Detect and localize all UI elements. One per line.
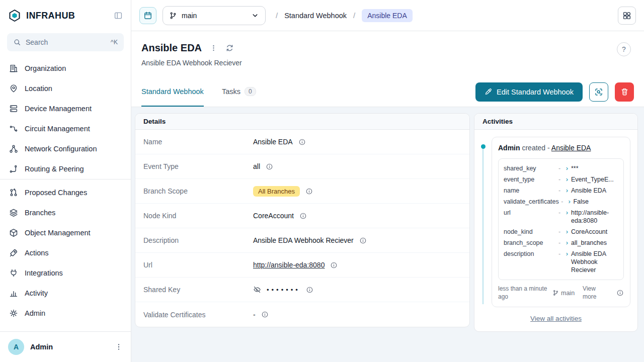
details-card-title: Details bbox=[135, 114, 469, 130]
sidebar-header: INFRAHUB bbox=[0, 0, 131, 31]
inspect-button[interactable] bbox=[589, 82, 608, 102]
activity-entry: Admin created - Ansible EDA shared_key -… bbox=[492, 137, 630, 307]
sidebar-menu-main: Organization Location Device Manageme bbox=[0, 58, 131, 179]
layers-icon bbox=[9, 208, 18, 217]
cube-icon bbox=[9, 228, 18, 237]
refresh-icon bbox=[225, 44, 234, 52]
scan-search-icon bbox=[594, 87, 603, 97]
sidebar-item-activity[interactable]: Activity bbox=[4, 283, 127, 303]
detail-label: Name bbox=[143, 138, 253, 146]
info-icon[interactable] bbox=[616, 289, 624, 297]
kebab-icon bbox=[210, 44, 217, 52]
detail-label: Validate Certificates bbox=[143, 311, 253, 319]
infrahub-logo-icon bbox=[8, 9, 21, 22]
sidebar-item-circuit-management[interactable]: Circuit Management bbox=[4, 119, 127, 139]
sidebar-item-object-management[interactable]: Object Management bbox=[4, 223, 127, 243]
tab-bar: Standard Webhook Tasks 0 Edit Standard W… bbox=[131, 77, 644, 107]
info-icon[interactable] bbox=[305, 188, 313, 195]
user-row: A Admin bbox=[0, 331, 131, 362]
info-icon[interactable] bbox=[359, 237, 367, 244]
prop-name: validate_certificates bbox=[504, 198, 559, 206]
sidebar-item-label: Admin bbox=[25, 309, 45, 317]
sidebar-item-admin[interactable]: Admin bbox=[4, 303, 127, 323]
sidebar-item-routing-peering[interactable]: Routing & Peering bbox=[4, 159, 127, 179]
sidebar-item-actions[interactable]: Actions bbox=[4, 243, 127, 263]
collapse-sidebar-button[interactable] bbox=[114, 11, 123, 20]
shared-key-masked-value: ••••••• bbox=[267, 286, 300, 294]
sidebar-item-label: Activity bbox=[25, 289, 48, 297]
prop-value: Event_TypeE... bbox=[571, 175, 618, 184]
title-kebab-button[interactable] bbox=[210, 44, 217, 52]
main-area: main / Standard Webhook / Ansible EDA bbox=[131, 0, 644, 362]
tab-standard-webhook[interactable]: Standard Webhook bbox=[141, 77, 204, 107]
breadcrumb-separator: / bbox=[276, 11, 278, 20]
search-placeholder: Search bbox=[26, 38, 48, 46]
sidebar-item-label: Circuit Management bbox=[25, 125, 90, 133]
sidebar-item-device-management[interactable]: Device Management bbox=[4, 99, 127, 119]
activity-entry-footer: less than a minute ago main bbox=[498, 285, 624, 301]
prop-name: name bbox=[504, 187, 556, 195]
sidebar-item-integrations[interactable]: Integrations bbox=[4, 263, 127, 283]
activity-prop-row: branch_scope - › all_branches bbox=[504, 237, 618, 248]
activity-target-link[interactable]: Ansible EDA bbox=[551, 144, 591, 152]
content-area: Details Name Ansible EDA Event Type all bbox=[131, 107, 644, 362]
prop-name: description bbox=[504, 250, 556, 258]
activity-branch-name: main bbox=[561, 290, 575, 297]
detail-value: Ansible EDA bbox=[253, 138, 293, 146]
activity-props-box: shared_key - › *** event_type - › Event_… bbox=[498, 158, 624, 280]
breadcrumb-item-standard-webhook[interactable]: Standard Webhook bbox=[284, 12, 347, 20]
prop-value: Ansible EDA Webhook Reciever bbox=[571, 250, 618, 274]
topbar: main / Standard Webhook / Ansible EDA bbox=[131, 0, 644, 31]
detail-label: Event Type bbox=[143, 162, 253, 170]
info-icon[interactable] bbox=[330, 261, 338, 269]
prop-value: *** bbox=[571, 164, 618, 172]
url-link[interactable]: http://ansible-eda:8080 bbox=[253, 261, 325, 269]
refresh-button[interactable] bbox=[225, 44, 234, 52]
info-icon[interactable] bbox=[298, 138, 306, 146]
activity-prop-row: event_type - › Event_TypeE... bbox=[504, 174, 618, 185]
info-icon[interactable] bbox=[266, 163, 273, 170]
detail-row-shared-key: Shared Key ••••••• bbox=[135, 278, 469, 302]
view-all-activities-link[interactable]: View all activities bbox=[530, 315, 582, 322]
detail-row-name: Name Ansible EDA bbox=[135, 130, 469, 154]
chevron-right-icon: › bbox=[566, 198, 573, 206]
sidebar-item-branches[interactable]: Branches bbox=[4, 203, 127, 223]
activity-prop-row: name - › Ansible EDA bbox=[504, 185, 618, 196]
edit-standard-webhook-button[interactable]: Edit Standard Webhook bbox=[475, 82, 583, 102]
detail-label: Description bbox=[143, 236, 253, 244]
date-picker-button[interactable] bbox=[139, 7, 156, 24]
activities-card: Activities Admin created - Ansible EDA bbox=[474, 113, 638, 332]
info-icon[interactable] bbox=[261, 311, 269, 318]
user-menu-button[interactable] bbox=[115, 343, 123, 351]
chevron-down-icon bbox=[251, 12, 259, 20]
sidebar-item-label: Routing & Peering bbox=[25, 165, 84, 173]
sidebar-item-location[interactable]: Location bbox=[4, 78, 127, 99]
search-input[interactable]: Search ^K bbox=[7, 33, 124, 51]
user-name: Admin bbox=[30, 343, 53, 351]
sidebar-item-proposed-changes[interactable]: Proposed Changes bbox=[4, 183, 127, 203]
app-root: INFRAHUB Search ^K bbox=[0, 0, 644, 362]
prop-value: CoreAccount bbox=[571, 228, 618, 236]
calendar-icon bbox=[143, 11, 152, 20]
apps-menu-button[interactable] bbox=[618, 7, 636, 25]
branch-selector-value: main bbox=[182, 12, 197, 20]
activity-entry-title: Admin created - Ansible EDA bbox=[498, 143, 624, 152]
eye-off-icon[interactable] bbox=[253, 286, 261, 294]
breadcrumb-item-current[interactable]: Ansible EDA bbox=[362, 9, 413, 22]
git-branch-icon bbox=[169, 12, 177, 20]
tab-tasks[interactable]: Tasks 0 bbox=[222, 77, 256, 107]
info-icon[interactable] bbox=[306, 286, 313, 294]
branch-scope-badge: All Branches bbox=[253, 186, 300, 197]
sidebar-item-network-configuration[interactable]: Network Configuration bbox=[4, 139, 127, 159]
sidebar-item-label: Device Management bbox=[25, 105, 92, 113]
info-icon[interactable] bbox=[299, 212, 307, 220]
branch-selector[interactable]: main bbox=[163, 6, 266, 25]
panel-collapse-icon bbox=[114, 11, 123, 20]
timeline-dot bbox=[481, 144, 486, 149]
view-more-link[interactable]: View more bbox=[583, 285, 605, 301]
sidebar-item-organization[interactable]: Organization bbox=[4, 58, 127, 78]
tab-tasks-badge: 0 bbox=[245, 87, 256, 96]
help-button[interactable]: ? bbox=[617, 42, 631, 56]
delete-button[interactable] bbox=[615, 82, 634, 102]
prop-dash: - bbox=[556, 164, 563, 172]
